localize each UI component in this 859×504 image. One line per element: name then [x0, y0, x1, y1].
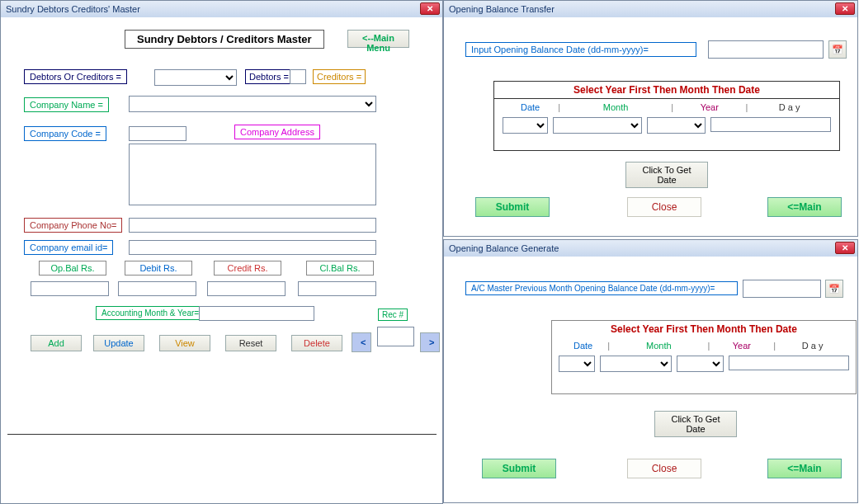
click-get-date-button[interactable]: Click To Get Date	[654, 411, 737, 437]
date-col-label: Date	[503, 102, 558, 112]
creditors-eq-label: Creditors =	[313, 69, 366, 84]
month-col-label: Month	[560, 102, 671, 112]
clbal-field[interactable]	[298, 281, 376, 296]
month-select[interactable]	[600, 356, 672, 372]
day-field[interactable]	[710, 117, 831, 132]
debtors-eq-label: Debtors =	[245, 69, 293, 84]
window-sundry-master: Sundry Debtors Creditors' Master ✕ Sundr…	[0, 0, 443, 504]
company-code-label: Company Code =	[24, 126, 106, 141]
company-code-field[interactable]	[129, 126, 186, 141]
main-menu-button[interactable]: <--Main Menu	[347, 30, 409, 48]
click-get-date-button[interactable]: Click To Get Date	[625, 162, 708, 188]
main-button[interactable]: <=Main	[767, 197, 842, 217]
page-title: Sundry Debtors / Creditors Master	[125, 30, 324, 49]
close-button[interactable]: Close	[627, 459, 701, 478]
window-opening-balance-transfer: Opening Balance Transfer ✕ Input Opening…	[443, 0, 858, 237]
titlebar-transfer: Opening Balance Transfer ✕	[444, 1, 857, 17]
opbal-label: Op.Bal Rs.	[39, 261, 106, 276]
day-col-label: D a y	[748, 102, 831, 112]
company-phone-label: Company Phone No=	[24, 218, 122, 233]
update-button[interactable]: Update	[93, 335, 144, 351]
reset-button[interactable]: Reset	[225, 335, 276, 351]
clbal-label: Cl.Bal Rs.	[306, 261, 374, 276]
main-button[interactable]: <=Main	[767, 459, 842, 478]
opbal-field[interactable]	[31, 281, 109, 296]
company-address-label: Company Address	[234, 125, 320, 139]
acct-month-year-label: Accounting Month & Year=	[96, 306, 205, 320]
acct-month-year-field[interactable]	[199, 306, 314, 321]
company-address-field[interactable]	[129, 144, 376, 205]
input-date-label: A/C Master Previous Month Opening Balanc…	[465, 281, 738, 295]
titlebar-generate: Opening Balance Generate ✕	[444, 240, 857, 257]
year-select[interactable]	[647, 117, 706, 134]
close-icon[interactable]: ✕	[835, 242, 855, 254]
debtors-or-creditors-label: Debtors Or Creditors =	[24, 69, 127, 84]
rec-label: Rec #	[378, 309, 408, 321]
credit-label: Credit Rs.	[214, 261, 281, 276]
close-button[interactable]: Close	[627, 197, 701, 217]
add-button[interactable]: Add	[31, 335, 82, 351]
select-header: Select Year First Then Month Then Date	[552, 321, 856, 337]
month-select[interactable]	[553, 117, 642, 134]
prev-button[interactable]: <	[352, 332, 371, 352]
year-select[interactable]	[677, 356, 724, 372]
title-text: Opening Balance Generate	[449, 243, 559, 253]
rec-field[interactable]	[377, 327, 414, 346]
month-col-label: Month	[610, 341, 707, 351]
delete-button[interactable]: Delete	[291, 335, 342, 351]
debtors-field[interactable]	[290, 69, 306, 84]
view-button[interactable]: View	[159, 335, 210, 351]
company-email-label: Company email id=	[24, 240, 113, 255]
day-col-label: D a y	[776, 341, 849, 351]
date-select[interactable]	[559, 356, 595, 372]
company-email-field[interactable]	[129, 240, 376, 255]
year-col-label: Year	[673, 102, 745, 112]
select-header: Select Year First Then Month Then Date	[494, 82, 839, 99]
credit-field[interactable]	[207, 281, 286, 296]
calendar-icon[interactable]: 📅	[825, 280, 843, 298]
calendar-icon[interactable]: 📅	[828, 40, 847, 59]
title-text: Opening Balance Transfer	[449, 4, 555, 14]
company-name-label: Company Name =	[24, 97, 109, 112]
window-opening-balance-generate: Opening Balance Generate ✕ A/C Master Pr…	[443, 239, 858, 503]
submit-button[interactable]: Submit	[475, 197, 550, 217]
input-date-field[interactable]	[708, 40, 824, 59]
company-name-select[interactable]	[129, 96, 376, 112]
submit-button[interactable]: Submit	[482, 459, 556, 478]
day-field[interactable]	[729, 356, 849, 370]
debit-label: Debit Rs.	[125, 261, 192, 276]
date-col-label: Date	[559, 341, 607, 351]
company-phone-field[interactable]	[129, 218, 376, 233]
title-text: Sundry Debtors Creditors' Master	[6, 4, 140, 14]
date-select[interactable]	[503, 117, 548, 134]
input-date-label: Input Opening Balance Date (dd-mm-yyyy)=	[465, 42, 696, 57]
close-icon[interactable]: ✕	[420, 2, 440, 15]
titlebar-sundry: Sundry Debtors Creditors' Master ✕	[1, 1, 442, 17]
close-icon[interactable]: ✕	[835, 2, 855, 15]
debit-field[interactable]	[118, 281, 196, 296]
year-col-label: Year	[710, 341, 773, 351]
debtors-or-creditors-select[interactable]	[154, 69, 237, 86]
next-button[interactable]: >	[420, 332, 440, 352]
input-date-field[interactable]	[743, 280, 821, 298]
